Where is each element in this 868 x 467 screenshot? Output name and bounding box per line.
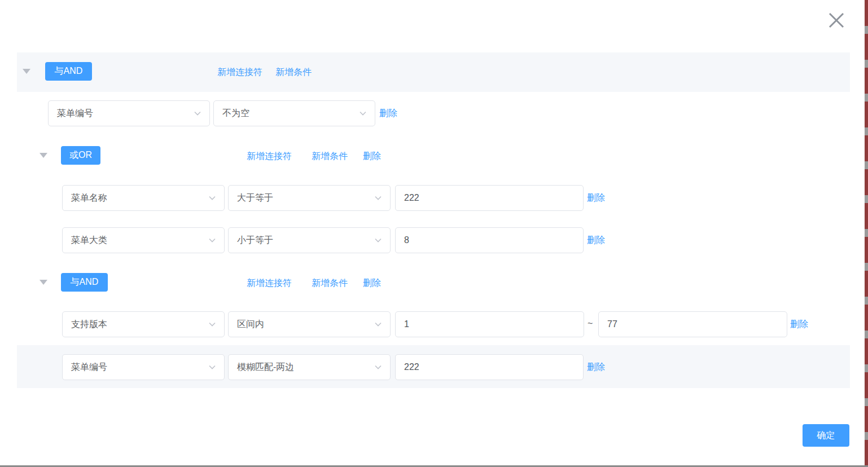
- chevron-down-icon: [208, 363, 216, 371]
- chevron-down-icon: [208, 320, 216, 328]
- chevron-down-icon: [374, 363, 382, 371]
- field-select-value: 菜单编号: [57, 108, 93, 120]
- operator-select-value: 不为空: [222, 108, 249, 120]
- value-input[interactable]: [395, 185, 584, 211]
- field-select[interactable]: 菜单编号: [48, 100, 210, 126]
- delete-link[interactable]: 删除: [379, 107, 397, 120]
- add-condition-link[interactable]: 新增条件: [312, 150, 348, 162]
- confirm-button[interactable]: 确定: [803, 424, 849, 447]
- field-select[interactable]: 菜单编号: [62, 354, 225, 380]
- operator-select[interactable]: 区间内: [228, 311, 391, 337]
- field-select-value: 菜单大类: [71, 235, 107, 246]
- chevron-down-icon: [194, 109, 201, 117]
- expand-caret-icon[interactable]: [40, 153, 47, 158]
- operator-select-value: 区间内: [237, 319, 264, 331]
- delete-link[interactable]: 删除: [363, 277, 381, 289]
- operator-select-value: 模糊匹配-两边: [237, 362, 294, 373]
- range-from-input[interactable]: [395, 311, 584, 337]
- connector-badge[interactable]: 或OR: [61, 146, 100, 165]
- delete-link[interactable]: 删除: [587, 192, 605, 204]
- range-separator: ~: [588, 319, 593, 329]
- condition-builder-dialog: 与AND 新增连接符 新增条件 菜单编号 不为空 删除 或OR 新增连接符 新增…: [0, 0, 868, 467]
- add-condition-link[interactable]: 新增条件: [275, 66, 312, 78]
- add-condition-link[interactable]: 新增条件: [312, 277, 348, 289]
- operator-select[interactable]: 不为空: [213, 100, 375, 126]
- field-select[interactable]: 菜单大类: [62, 227, 225, 253]
- root-group-header-row: [17, 52, 850, 92]
- right-scrollbar[interactable]: [865, 0, 868, 465]
- close-icon[interactable]: [824, 8, 849, 33]
- delete-link[interactable]: 删除: [790, 318, 808, 331]
- operator-select-value: 大于等于: [237, 192, 273, 204]
- field-select-value: 菜单编号: [71, 362, 107, 373]
- chevron-down-icon: [374, 320, 382, 328]
- field-select[interactable]: 菜单名称: [62, 185, 225, 211]
- delete-link[interactable]: 删除: [587, 361, 605, 373]
- expand-caret-icon[interactable]: [23, 69, 30, 74]
- operator-select[interactable]: 模糊匹配-两边: [228, 354, 391, 380]
- field-select[interactable]: 支持版本: [62, 311, 225, 337]
- chevron-down-icon: [208, 236, 216, 244]
- chevron-down-icon: [359, 109, 367, 117]
- operator-select[interactable]: 小于等于: [228, 227, 391, 253]
- value-input[interactable]: [395, 354, 584, 380]
- range-to-input[interactable]: [598, 311, 787, 337]
- field-select-value: 菜单名称: [71, 192, 107, 204]
- operator-select[interactable]: 大于等于: [228, 185, 391, 211]
- delete-link[interactable]: 删除: [363, 150, 381, 162]
- field-select-value: 支持版本: [71, 319, 107, 331]
- add-connector-link[interactable]: 新增连接符: [217, 66, 262, 78]
- add-connector-link[interactable]: 新增连接符: [247, 150, 292, 162]
- chevron-down-icon: [208, 194, 216, 202]
- chevron-down-icon: [374, 194, 382, 202]
- connector-badge[interactable]: 与AND: [61, 273, 108, 292]
- value-input[interactable]: [395, 227, 584, 253]
- add-connector-link[interactable]: 新增连接符: [247, 277, 292, 289]
- delete-link[interactable]: 删除: [587, 234, 605, 246]
- connector-badge[interactable]: 与AND: [45, 62, 92, 81]
- chevron-down-icon: [374, 236, 382, 244]
- operator-select-value: 小于等于: [237, 235, 273, 246]
- expand-caret-icon[interactable]: [40, 280, 47, 285]
